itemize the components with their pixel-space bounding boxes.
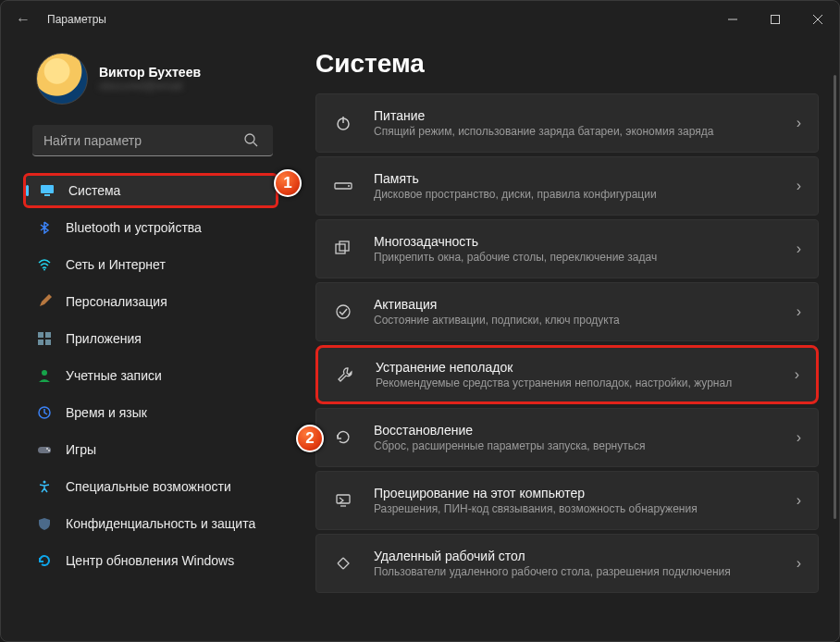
sidebar-item-wifi[interactable]: Сеть и Интернет: [23, 247, 278, 282]
svg-point-8: [43, 269, 45, 271]
svg-point-13: [42, 370, 47, 376]
minimize-button[interactable]: [711, 1, 754, 38]
multitask-icon: [333, 241, 353, 257]
recovery-icon: [333, 429, 353, 446]
chevron-right-icon: ›: [797, 429, 801, 446]
clock-icon: [36, 404, 53, 421]
sidebar-item-label: Учетные записи: [66, 368, 162, 383]
sidebar-item-monitor[interactable]: Система: [23, 173, 278, 208]
card-subtitle: Дисковое пространство, диски, правила ко…: [374, 188, 776, 201]
close-button[interactable]: [797, 1, 839, 38]
card-list: ПитаниеСпящий режим, использование заряд…: [315, 93, 819, 593]
card-subtitle: Сброс, расширенные параметры запуска, ве…: [374, 439, 776, 452]
brush-icon: [36, 293, 53, 310]
sidebar: Виктор Бухтеев obscured@email СистемаBlu…: [1, 38, 288, 641]
card-title: Восстановление: [374, 423, 776, 438]
settings-card-check[interactable]: АктивацияСостояние активации, подписки, …: [315, 282, 819, 341]
chevron-right-icon: ›: [797, 492, 801, 509]
update-icon: [36, 552, 53, 569]
card-title: Активация: [374, 297, 776, 312]
project-icon: [333, 492, 353, 509]
sidebar-item-gamepad[interactable]: Игры: [23, 432, 278, 467]
sidebar-item-apps[interactable]: Приложения: [23, 321, 278, 356]
sidebar-item-label: Система: [68, 183, 120, 198]
card-title: Устранение неполадок: [376, 360, 774, 375]
svg-rect-10: [45, 332, 51, 338]
chevron-right-icon: ›: [797, 178, 801, 194]
chevron-right-icon: ›: [797, 555, 801, 572]
chevron-right-icon: ›: [797, 241, 801, 257]
sidebar-item-shield[interactable]: Конфиденциальность и защита: [23, 506, 278, 541]
avatar: [36, 53, 88, 105]
sidebar-item-label: Время и язык: [66, 405, 147, 420]
sidebar-item-label: Персонализация: [66, 294, 167, 309]
card-title: Удаленный рабочий стол: [374, 549, 776, 563]
card-subtitle: Прикрепить окна, рабочие столы, переключ…: [374, 251, 776, 264]
apps-icon: [36, 330, 53, 347]
card-subtitle: Пользователи удаленного рабочего стола, …: [374, 565, 776, 578]
scrollbar[interactable]: [833, 75, 836, 632]
sidebar-item-person[interactable]: Учетные записи: [23, 358, 278, 393]
shield-icon: [36, 515, 53, 532]
card-title: Проецирование на этот компьютер: [374, 486, 776, 500]
user-name: Виктор Бухтеев: [99, 65, 201, 80]
svg-point-25: [337, 305, 350, 318]
user-profile[interactable]: Виктор Бухтеев obscured@email: [19, 47, 278, 121]
settings-card-wrench[interactable]: Устранение неполадокРекомендуемые средст…: [315, 345, 819, 404]
chevron-right-icon: ›: [795, 366, 799, 383]
settings-card-storage[interactable]: ПамятьДисковое пространство, диски, прав…: [315, 156, 819, 216]
wifi-icon: [36, 256, 53, 273]
titlebar: ← Параметры: [1, 1, 839, 38]
svg-rect-1: [772, 16, 780, 24]
page-title: Система: [315, 49, 819, 79]
svg-rect-12: [45, 340, 51, 345]
power-icon: [333, 115, 353, 131]
gamepad-icon: [36, 441, 53, 458]
svg-point-17: [48, 450, 50, 451]
remote-icon: [333, 555, 353, 572]
annotation-badge-2: 2: [296, 425, 324, 452]
chevron-right-icon: ›: [797, 303, 801, 320]
settings-card-power[interactable]: ПитаниеСпящий режим, использование заряд…: [315, 93, 819, 153]
sidebar-item-label: Конфиденциальность и защита: [66, 516, 255, 531]
card-subtitle: Спящий режим, использование заряда батар…: [374, 125, 776, 138]
svg-point-22: [348, 185, 350, 187]
sidebar-item-label: Сеть и Интернет: [66, 257, 166, 272]
search-input[interactable]: [32, 125, 273, 156]
storage-icon: [333, 179, 353, 192]
sidebar-item-label: Специальные возможности: [66, 479, 231, 494]
settings-card-recovery[interactable]: ВосстановлениеСброс, расширенные парамет…: [315, 408, 819, 467]
annotation-badge-1: 1: [274, 169, 302, 197]
card-subtitle: Разрешения, ПИН-код связывания, возможно…: [374, 502, 776, 515]
svg-rect-6: [41, 185, 54, 193]
svg-point-16: [46, 448, 48, 450]
svg-rect-11: [38, 340, 43, 345]
sidebar-item-label: Приложения: [66, 331, 142, 346]
sidebar-item-accessibility[interactable]: Специальные возможности: [23, 469, 278, 504]
wrench-icon: [335, 366, 355, 383]
main-panel: Система ПитаниеСпящий режим, использован…: [288, 38, 839, 641]
sidebar-item-clock[interactable]: Время и язык: [23, 395, 278, 430]
user-email: obscured@email: [99, 80, 201, 93]
sidebar-item-brush[interactable]: Персонализация: [23, 284, 278, 319]
svg-rect-24: [340, 241, 349, 251]
svg-rect-26: [337, 495, 350, 503]
accessibility-icon: [36, 478, 53, 495]
settings-window: ← Параметры Виктор Бухтеев obscured@emai…: [0, 0, 840, 642]
settings-card-multitask[interactable]: МногозадачностьПрикрепить окна, рабочие …: [315, 219, 819, 278]
settings-card-project[interactable]: Проецирование на этот компьютерРазрешени…: [315, 471, 819, 530]
settings-card-remote[interactable]: Удаленный рабочий столПользователи удале…: [315, 534, 819, 593]
svg-point-18: [43, 481, 46, 484]
card-subtitle: Рекомендуемые средства устранения непола…: [376, 377, 774, 389]
svg-rect-7: [44, 194, 50, 196]
window-title: Параметры: [47, 13, 106, 26]
scroll-thumb[interactable]: [834, 75, 836, 519]
bluetooth-icon: [36, 219, 53, 236]
sidebar-item-bluetooth[interactable]: Bluetooth и устройства: [23, 210, 278, 245]
check-icon: [333, 303, 353, 320]
maximize-button[interactable]: [754, 1, 797, 38]
card-title: Многозадачность: [374, 234, 776, 249]
monitor-icon: [39, 182, 56, 199]
back-button[interactable]: ←: [16, 11, 31, 28]
sidebar-item-update[interactable]: Центр обновления Windows: [23, 543, 278, 578]
